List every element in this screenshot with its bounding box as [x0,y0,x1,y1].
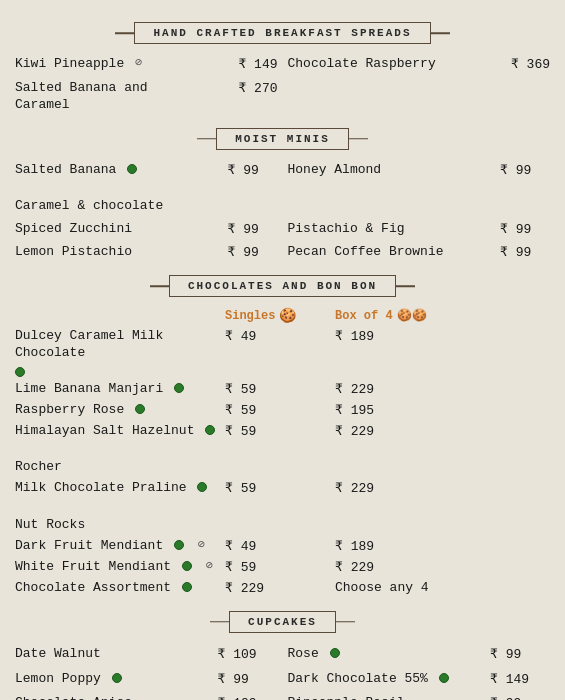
singles-price: ₹ 59 [225,480,335,496]
item-name: Date Walnut [15,646,218,663]
item-name: Raspberry Rose [15,402,225,419]
spreads-section-header: HAND CRAFTED BREAKFAST SPREADS [15,22,550,44]
cupcakes-title-box: CUPCAKES [229,611,336,633]
item-name: Pecan Coffee Brownie [288,244,501,261]
item-price: ₹ 109 [218,646,278,662]
box-icons: 🍪🍪 [397,308,427,323]
cookie-icon: 🍪 [279,307,296,324]
item-name: Spiced Zucchini [15,221,228,238]
item-name: Dulcey Caramel Milk Chocolate [15,328,225,377]
item-name: Rose [288,646,491,663]
item-price: ₹ 99 [500,221,550,237]
list-item: Lemon Poppy ₹ 99 [15,668,278,691]
item-name: Himalayan Salt Hazelnut Rocher [15,423,225,477]
item-price: ₹ 109 [218,695,278,700]
veg-icon [205,425,215,435]
item-price: ₹ 99 [490,646,550,662]
item-name: Lemon Pistachio [15,244,228,261]
veg-icon [15,367,25,377]
item-name: Lemon Poppy [15,671,218,688]
singles-price: ₹ 59 [225,402,335,418]
list-item: Dark Chocolate 55% ₹ 149 [288,668,551,691]
item-name: Kiwi Pineapple ⊘ [15,56,238,73]
spreads-title-box: HAND CRAFTED BREAKFAST SPREADS [134,22,430,44]
singles-price: ₹ 49 [225,538,335,554]
list-item: Pistachio & Fig ₹ 99 [288,219,551,240]
item-name: Chocolate Assortment [15,580,225,597]
list-item: Dark Fruit Mendiant ⊘ ₹ 49 ₹ 189 [15,536,550,557]
box-price: ₹ 195 [335,402,550,418]
item-name: White Fruit Mendiant ⊘ [15,559,225,576]
singles-price: ₹ 59 [225,381,335,397]
no-icon: ⊘ [206,559,213,575]
item-name: Milk Chocolate Praline Nut Rocks [15,480,225,534]
list-item: Lemon Pistachio ₹ 99 [15,242,278,263]
box-price: ₹ 229 [335,381,550,397]
list-item: Himalayan Salt Hazelnut Rocher ₹ 59 ₹ 22… [15,421,550,479]
moist-section-header: MOIST MINIS [15,128,550,150]
singles-price: ₹ 59 [225,423,335,439]
item-name: Dark Chocolate 55% [288,671,491,688]
item-name: Salted Banana Caramel & chocolate [15,162,228,216]
veg-icon [182,561,192,571]
cupcakes-section-header: CUPCAKES [15,611,550,633]
spreads-title: HAND CRAFTED BREAKFAST SPREADS [153,27,411,39]
item-price: ₹ 99 [228,221,278,237]
item-name: Pineapple Basil [288,695,491,700]
list-item: Pineapple Basil ₹ 99 [288,692,551,700]
item-price: ₹ 99 [500,244,550,260]
list-item: Honey Almond ₹ 99 [288,160,551,218]
no-icon: ⊘ [135,56,142,72]
singles-price: ₹ 59 [225,559,335,575]
item-name: Salted Banana andCaramel [15,80,238,114]
list-item: Milk Chocolate Praline Nut Rocks ₹ 59 ₹ … [15,478,550,536]
list-item: White Fruit Mendiant ⊘ ₹ 59 ₹ 229 [15,557,550,578]
cupcakes-title: CUPCAKES [248,616,317,628]
list-item: Chocolate Raspberry ₹ 369 [288,54,551,75]
item-name: Lime Banana Manjari [15,381,225,398]
no-icon: ⊘ [198,538,205,554]
box-price: ₹ 189 [335,328,550,344]
item-price: ₹ 99 [228,244,278,260]
veg-icon [112,673,122,683]
item-name: Honey Almond [288,162,501,179]
veg-icon [439,673,449,683]
veg-icon [197,482,207,492]
moist-grid: Salted Banana Caramel & chocolate ₹ 99 H… [15,160,550,263]
choc-title: CHOCOLATES AND BON BON [188,280,377,292]
choc-section-header: CHOCOLATES AND BON BON [15,275,550,297]
singles-price: ₹ 229 [225,580,335,596]
singles-col-header: Singles 🍪 [225,307,335,324]
list-item: Spiced Zucchini ₹ 99 [15,219,278,240]
choc-section: Singles 🍪 Box of 4 🍪🍪 Dulcey Caramel Mil… [15,307,550,599]
veg-icon [182,582,192,592]
list-item: Dulcey Caramel Milk Chocolate ₹ 49 ₹ 189 [15,326,550,379]
list-item: Pecan Coffee Brownie ₹ 99 [288,242,551,263]
list-item: Raspberry Rose ₹ 59 ₹ 195 [15,400,550,421]
list-item: Rose ₹ 99 [288,643,551,666]
box-price: ₹ 229 [335,423,550,439]
box-price: Choose any 4 [335,580,550,595]
choc-title-box: CHOCOLATES AND BON BON [169,275,396,297]
box-col-header: Box of 4 🍪🍪 [335,307,550,324]
veg-icon [174,540,184,550]
veg-icon [135,404,145,414]
moist-title-box: MOIST MINIS [216,128,349,150]
list-item: Salted Banana Caramel & chocolate ₹ 99 [15,160,278,218]
item-price: ₹ 99 [228,162,278,178]
box-price: ₹ 229 [335,559,550,575]
item-price: ₹ 99 [500,162,550,178]
veg-icon [330,648,340,658]
veg-icon [174,383,184,393]
item-name: Chocolate Anise [15,695,218,700]
item-price: ₹ 149 [490,671,550,687]
item-price: ₹ 149 [238,56,277,72]
item-price: ₹ 270 [238,80,277,96]
list-item: Date Walnut ₹ 109 [15,643,278,666]
list-item: Salted Banana andCaramel ₹ 270 [15,78,278,116]
spreads-grid: Kiwi Pineapple ⊘ ₹ 149 Chocolate Raspber… [15,54,550,116]
list-item: Lime Banana Manjari ₹ 59 ₹ 229 [15,379,550,400]
list-item: Kiwi Pineapple ⊘ ₹ 149 [15,54,278,75]
singles-price: ₹ 49 [225,328,335,344]
item-name: Dark Fruit Mendiant ⊘ [15,538,225,555]
